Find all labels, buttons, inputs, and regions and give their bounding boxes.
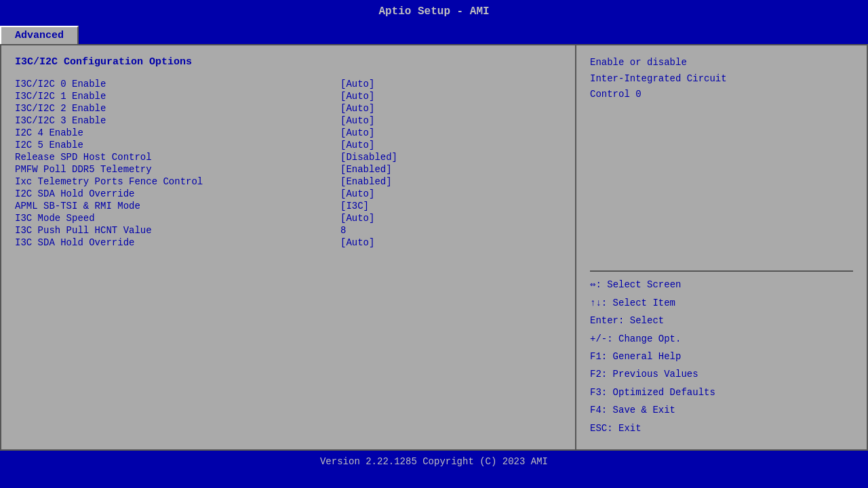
- config-value-9: [Auto]: [340, 188, 561, 199]
- help-line-2: Inter-Integrated Circuit: [590, 73, 853, 86]
- config-value-4: [Auto]: [340, 127, 561, 138]
- config-value-2: [Auto]: [340, 103, 561, 114]
- config-value-11: [Auto]: [340, 213, 561, 224]
- shortcut-enter: Enter: Select: [590, 313, 853, 328]
- help-line-3: Control 0: [590, 88, 853, 102]
- config-label-0: I3C/I2C 0 Enable: [15, 79, 340, 89]
- config-label-5: I2C 5 Enable: [15, 140, 340, 150]
- config-label-12: I3C Push Pull HCNT Value: [15, 225, 340, 236]
- config-row-0[interactable]: I3C/I2C 0 Enable [Auto]: [15, 79, 561, 89]
- config-label-1: I3C/I2C 1 Enable: [15, 91, 340, 102]
- config-row-3[interactable]: I3C/I2C 3 Enable [Auto]: [15, 115, 561, 126]
- config-label-4: I2C 4 Enable: [15, 127, 340, 138]
- footer-text: Version 2.22.1285 Copyright (C) 2023 AMI: [320, 456, 548, 467]
- shortcut-change-opt: +/-: Change Opt.: [590, 331, 853, 346]
- config-row-4[interactable]: I2C 4 Enable [Auto]: [15, 127, 561, 138]
- config-value-6: [Disabled]: [340, 152, 561, 163]
- help-description: Enable or disable Inter-Integrated Circu…: [590, 56, 853, 265]
- tab-advanced[interactable]: Advanced: [0, 26, 79, 44]
- tab-bar: Advanced: [0, 23, 868, 44]
- config-row-7[interactable]: PMFW Poll DDR5 Telemetry [Enabled]: [15, 164, 561, 175]
- title-bar: Aptio Setup - AMI: [0, 0, 868, 23]
- config-label-6: Release SPD Host Control: [15, 152, 340, 163]
- config-row-5[interactable]: I2C 5 Enable [Auto]: [15, 140, 561, 150]
- config-row-13[interactable]: I3C SDA Hold Override [Auto]: [15, 237, 561, 248]
- config-row-11[interactable]: I3C Mode Speed [Auto]: [15, 213, 561, 224]
- shortcut-select-item: ↑↓: Select Item: [590, 296, 853, 310]
- config-value-8: [Enabled]: [340, 176, 561, 187]
- config-label-8: Ixc Telemetry Ports Fence Control: [15, 176, 340, 187]
- config-value-3: [Auto]: [340, 115, 561, 126]
- section-title: I3C/I2C Configuration Options: [15, 56, 561, 68]
- config-value-5: [Auto]: [340, 140, 561, 150]
- keyboard-shortcuts: ⇔: Select Screen ↑↓: Select Item Enter: …: [590, 277, 853, 439]
- divider: [590, 270, 853, 272]
- config-row-9[interactable]: I2C SDA Hold Override [Auto]: [15, 188, 561, 199]
- right-panel: Enable or disable Inter-Integrated Circu…: [576, 45, 867, 449]
- main-content: I3C/I2C Configuration Options I3C/I2C 0 …: [0, 44, 868, 451]
- config-row-12[interactable]: I3C Push Pull HCNT Value 8: [15, 225, 561, 236]
- config-row-2[interactable]: I3C/I2C 2 Enable [Auto]: [15, 103, 561, 114]
- config-value-7: [Enabled]: [340, 164, 561, 175]
- shortcut-f2: F2: Previous Values: [590, 367, 853, 382]
- left-panel: I3C/I2C Configuration Options I3C/I2C 0 …: [1, 45, 576, 449]
- config-value-10: [I3C]: [340, 201, 561, 211]
- config-row-6[interactable]: Release SPD Host Control [Disabled]: [15, 152, 561, 163]
- config-label-3: I3C/I2C 3 Enable: [15, 115, 340, 126]
- config-label-2: I3C/I2C 2 Enable: [15, 103, 340, 114]
- config-value-13: [Auto]: [340, 237, 561, 248]
- shortcut-esc: ESC: Exit: [590, 421, 853, 436]
- config-row-8[interactable]: Ixc Telemetry Ports Fence Control [Enabl…: [15, 176, 561, 187]
- config-label-13: I3C SDA Hold Override: [15, 237, 340, 248]
- config-value-12: 8: [340, 225, 561, 236]
- footer: Version 2.22.1285 Copyright (C) 2023 AMI: [0, 451, 868, 472]
- config-row-1[interactable]: I3C/I2C 1 Enable [Auto]: [15, 91, 561, 102]
- config-value-0: [Auto]: [340, 79, 561, 89]
- config-row-10[interactable]: APML SB-TSI & RMI Mode [I3C]: [15, 201, 561, 211]
- app-title: Aptio Setup - AMI: [378, 5, 489, 18]
- help-line-1: Enable or disable: [590, 56, 853, 70]
- shortcut-f1: F1: General Help: [590, 349, 853, 364]
- shortcut-f4: F4: Save & Exit: [590, 403, 853, 418]
- config-label-10: APML SB-TSI & RMI Mode: [15, 201, 340, 211]
- config-label-7: PMFW Poll DDR5 Telemetry: [15, 164, 340, 175]
- config-label-9: I2C SDA Hold Override: [15, 188, 340, 199]
- shortcut-f3: F3: Optimized Defaults: [590, 385, 853, 400]
- config-value-1: [Auto]: [340, 91, 561, 102]
- shortcut-select-screen: ⇔: Select Screen: [590, 277, 853, 292]
- config-label-11: I3C Mode Speed: [15, 213, 340, 224]
